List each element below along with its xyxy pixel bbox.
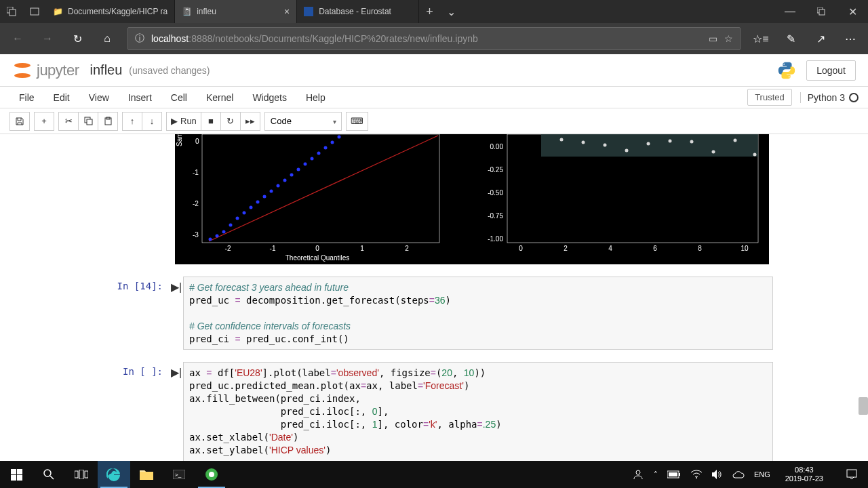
- tab-actions-icon[interactable]: [0, 0, 23, 23]
- notebook-content: 0 -1 -2 -3 -2 -1 0 1 2 Theoretical Quant…: [0, 134, 868, 461]
- clock[interactable]: 08:43 2019-07-23: [780, 466, 829, 483]
- svg-point-75: [209, 472, 214, 477]
- refresh-button[interactable]: ↻: [64, 25, 91, 52]
- favorites-icon[interactable]: ☆≡: [747, 25, 774, 52]
- browser-tab-3[interactable]: Database - Eurostat: [297, 0, 419, 23]
- share-icon[interactable]: ↗: [807, 25, 834, 52]
- close-icon[interactable]: ×: [284, 6, 290, 17]
- scrollbar-thumb[interactable]: [859, 397, 868, 415]
- svg-text:10: 10: [741, 245, 749, 252]
- site-info-icon[interactable]: ⓘ: [135, 33, 144, 45]
- wifi-icon[interactable]: [690, 470, 703, 479]
- svg-text:-0.50: -0.50: [488, 189, 503, 197]
- svg-rect-6: [87, 119, 92, 125]
- svg-point-27: [317, 152, 321, 155]
- plot-output: 0 -1 -2 -3 -2 -1 0 1 2 Theoretical Quant…: [175, 134, 769, 264]
- svg-text:-0.25: -0.25: [488, 166, 503, 174]
- menu-insert[interactable]: Insert: [119, 88, 161, 107]
- notifications-icon[interactable]: [838, 461, 865, 488]
- menu-file[interactable]: File: [9, 88, 44, 107]
- code-cell-empty[interactable]: In [ ]: ▶| ax = df['EU28'].plot(label='o…: [95, 362, 773, 460]
- notebook-name[interactable]: infleu: [90, 62, 123, 78]
- cell-code[interactable]: # Get forecast 3 years ahead in future p…: [183, 277, 773, 350]
- browser-nav-bar: ← → ↻ ⌂ ⓘ localhost:8888/notebooks/Docum…: [0, 23, 868, 54]
- language-indicator[interactable]: ENG: [754, 470, 770, 479]
- menu-cell[interactable]: Cell: [161, 88, 197, 107]
- x-axis-label: Theoretical Quantiles: [285, 254, 350, 262]
- cell-code[interactable]: ax = df['EU28'].plot(label='observed', f…: [183, 362, 773, 460]
- browser-tab-strip: 📁 Documents/Kaggle/HICP ra 📓 infleu × Da…: [0, 0, 868, 23]
- maximize-button[interactable]: [806, 0, 837, 23]
- menu-kernel[interactable]: Kernel: [197, 88, 243, 107]
- url-text: localhost:8888/notebooks/Documents/Kaggl…: [151, 33, 702, 44]
- file-explorer-app[interactable]: [130, 461, 163, 488]
- menu-edit[interactable]: Edit: [44, 88, 79, 107]
- tab-dropdown-icon[interactable]: ⌄: [440, 0, 463, 23]
- menu-widgets[interactable]: Widgets: [243, 88, 296, 107]
- paste-button[interactable]: [98, 112, 118, 131]
- kernel-name-label: Python 3: [808, 92, 845, 103]
- people-icon[interactable]: [632, 468, 644, 481]
- svg-text:-0.75: -0.75: [488, 212, 503, 220]
- svg-point-13: [222, 230, 226, 234]
- search-button[interactable]: [33, 461, 65, 488]
- command-palette-button[interactable]: ⌨: [346, 112, 368, 131]
- kernel-indicator[interactable]: Python 3: [800, 92, 859, 103]
- run-cell-icon[interactable]: ▶|: [170, 362, 183, 460]
- new-tab-button[interactable]: +: [419, 5, 440, 19]
- chevron-up-icon[interactable]: ˄: [654, 470, 658, 479]
- jupyter-logo[interactable]: jupyter: [12, 60, 79, 81]
- onedrive-icon[interactable]: [732, 470, 745, 479]
- trusted-badge[interactable]: Trusted: [747, 89, 792, 106]
- star-icon[interactable]: ☆: [724, 33, 733, 44]
- svg-text:6: 6: [653, 245, 657, 252]
- svg-point-67: [44, 470, 51, 476]
- save-button[interactable]: [9, 112, 30, 131]
- svg-rect-79: [669, 472, 677, 476]
- volume-icon[interactable]: [712, 470, 723, 479]
- address-bar[interactable]: ⓘ localhost:8888/notebooks/Documents/Kag…: [127, 27, 741, 50]
- svg-rect-69: [75, 471, 78, 478]
- back-button[interactable]: ←: [4, 25, 31, 52]
- forward-button[interactable]: →: [34, 25, 61, 52]
- windows-taskbar: >_ ˄ ENG 08:43 2019-07-23: [0, 461, 868, 488]
- svg-text:0.00: 0.00: [490, 143, 504, 150]
- restart-button[interactable]: ↻: [220, 112, 241, 131]
- svg-point-24: [297, 168, 300, 171]
- svg-text:8: 8: [698, 245, 702, 252]
- browser-tab-2-active[interactable]: 📓 infleu ×: [175, 0, 297, 23]
- task-view-button[interactable]: [65, 461, 98, 488]
- svg-text:-1.00: -1.00: [488, 235, 503, 243]
- start-button[interactable]: [0, 461, 33, 488]
- more-icon[interactable]: ⋯: [837, 25, 864, 52]
- svg-point-20: [270, 190, 273, 193]
- notes-icon[interactable]: ✎: [777, 25, 804, 52]
- restart-run-all-button[interactable]: ▸▸: [240, 112, 260, 131]
- jupyter-logo-icon: [12, 60, 33, 81]
- battery-icon[interactable]: [667, 470, 681, 479]
- run-cell-icon[interactable]: ▶|: [170, 277, 183, 350]
- add-cell-button[interactable]: +: [34, 112, 54, 131]
- reading-view-icon[interactable]: ▭: [709, 33, 717, 44]
- menu-help[interactable]: Help: [296, 88, 335, 107]
- copy-button[interactable]: [78, 112, 98, 131]
- logout-button[interactable]: Logout: [806, 60, 856, 81]
- minimize-button[interactable]: —: [774, 0, 806, 23]
- browser-tab-1[interactable]: 📁 Documents/Kaggle/HICP ra: [46, 0, 175, 23]
- svg-point-49: [712, 150, 715, 154]
- menu-view[interactable]: View: [79, 88, 119, 107]
- move-down-button[interactable]: ↓: [142, 112, 162, 131]
- move-up-button[interactable]: ↑: [122, 112, 142, 131]
- cut-button[interactable]: ✂: [58, 112, 79, 131]
- cell-type-select[interactable]: Code: [264, 112, 342, 131]
- edge-app[interactable]: [98, 461, 130, 488]
- interrupt-button[interactable]: ■: [201, 112, 221, 131]
- close-window-button[interactable]: ✕: [837, 0, 868, 23]
- run-button[interactable]: ▶Run: [166, 112, 201, 131]
- home-button[interactable]: ⌂: [94, 25, 121, 52]
- svg-point-51: [753, 153, 757, 157]
- anaconda-app[interactable]: [195, 461, 228, 488]
- tab-preview-icon[interactable]: [23, 0, 46, 23]
- terminal-app[interactable]: >_: [163, 461, 195, 488]
- code-cell-14[interactable]: In [14]: ▶| # Get forecast 3 years ahead…: [95, 277, 773, 350]
